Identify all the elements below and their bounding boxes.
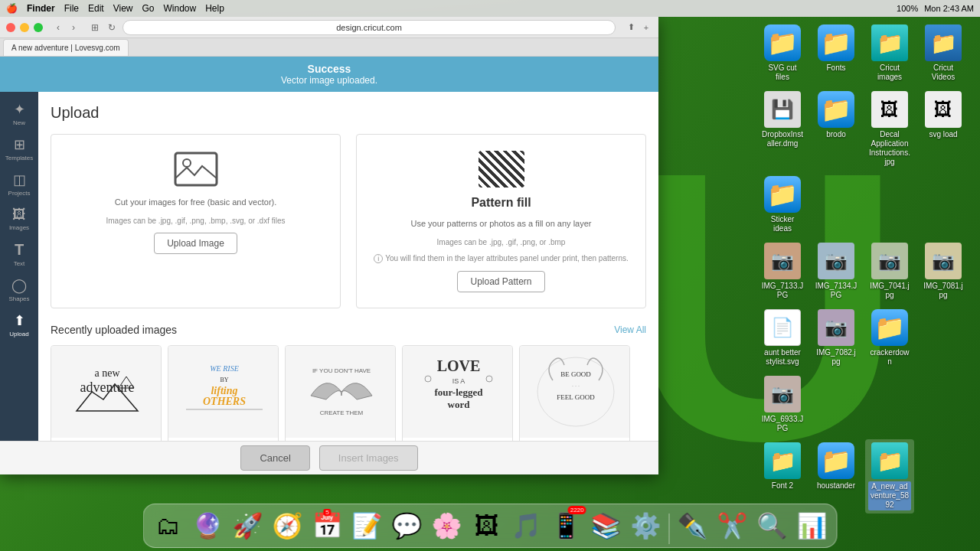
sidebar-item-text[interactable]: T Text xyxy=(2,237,36,271)
desktop-icon-area: 📁 SVG cut files 📁 Fonts 📁 Cricut images … xyxy=(758,21,972,514)
dock-separator xyxy=(669,514,670,544)
close-button[interactable] xyxy=(6,23,15,32)
recently-header: Recently uploaded images View All xyxy=(51,324,646,336)
dock-notes[interactable]: 📝 xyxy=(349,507,386,544)
svg-point-1 xyxy=(183,159,191,167)
add-bookmark-button[interactable]: + xyxy=(640,21,652,34)
file-menu[interactable]: File xyxy=(64,3,79,14)
sidebar-item-upload[interactable]: ⬆ Upload xyxy=(2,308,36,341)
desktop-icon-img7134[interactable]: 📷 IMG_7134.JPG xyxy=(812,240,861,303)
apple-menu[interactable]: 🍎 xyxy=(6,3,18,14)
sidebar-toggle-button[interactable]: ⊞ xyxy=(89,21,101,34)
dock-itunes[interactable]: 🎵 xyxy=(508,507,545,544)
svg-text:IF YOU DON'T HAVE: IF YOU DON'T HAVE xyxy=(312,367,370,374)
dock-safari[interactable]: 🧭 xyxy=(270,507,306,544)
dock-system-prefs[interactable]: ⚙️ xyxy=(628,507,665,544)
svg-text:adventure: adventure xyxy=(80,380,134,395)
image-card-good[interactable]: BE GOOD · · · FEEL GOOD Uploaded i xyxy=(519,345,630,442)
svg-text:lifting: lifting xyxy=(211,385,237,396)
sidebar-label-new: New xyxy=(13,119,25,126)
forward-button[interactable]: › xyxy=(67,21,80,34)
view-menu[interactable]: View xyxy=(113,3,133,14)
reload-button[interactable]: ↻ xyxy=(106,21,118,34)
share-button[interactable]: ⬆ xyxy=(625,21,637,34)
app-store-badge: 2220 xyxy=(568,506,586,514)
sidebar-item-new[interactable]: ✦ New xyxy=(2,96,36,130)
svg-text:LOVE: LOVE xyxy=(436,357,480,374)
dock-ibooks[interactable]: 📚 xyxy=(588,507,625,544)
view-all-link[interactable]: View All xyxy=(614,324,646,335)
browser-tab[interactable]: A new adventure | Lovesvg.com xyxy=(3,39,129,56)
image-card-wings[interactable]: IF YOU DON'T HAVE CREATE THEM Uploaded i xyxy=(285,345,396,442)
image-preview-adventure: a new adventure xyxy=(51,346,162,438)
desktop-icon-cricut-videos[interactable]: 📁 Cricut Videos xyxy=(919,21,968,85)
finder-menu[interactable]: Finder xyxy=(27,3,55,14)
image-card-love[interactable]: LOVE IS A four-legged word Uploaded i xyxy=(402,345,513,442)
upload-title: Upload xyxy=(51,104,646,122)
desktop-icon-font2[interactable]: 📁 Font 2 xyxy=(758,439,807,514)
image-option-description: Cut your images for free (basic and vect… xyxy=(115,196,277,209)
go-menu[interactable]: Go xyxy=(142,3,155,14)
dock-numbers[interactable]: 📊 xyxy=(794,507,831,544)
pattern-option-icon xyxy=(479,150,524,188)
pattern-option-note: i You will find them in the layer attrib… xyxy=(374,254,629,263)
image-card-adventure[interactable]: a new adventure Uploaded i xyxy=(51,345,162,442)
svg-text:BE GOOD: BE GOOD xyxy=(560,370,591,378)
dock-app-store[interactable]: 📱 2220 xyxy=(548,507,585,544)
desktop-icon-brodo[interactable]: 📁 brodo xyxy=(812,88,861,170)
sidebar-item-templates[interactable]: ⊞ Templates xyxy=(2,132,36,165)
svg-point-16 xyxy=(486,376,492,382)
svg-rect-0 xyxy=(175,153,217,185)
sidebar-item-images[interactable]: 🖼 Images xyxy=(2,202,36,236)
upload-pattern-button[interactable]: Upload Pattern xyxy=(457,271,544,292)
window-menu[interactable]: Window xyxy=(164,3,197,14)
dock-messages[interactable]: 💬 xyxy=(389,507,426,544)
upload-image-button[interactable]: Upload Image xyxy=(154,233,237,254)
sidebar-label-shapes: Shapes xyxy=(8,295,29,302)
desktop-icon-dropbox[interactable]: 💾 DropboxInstaller.dmg xyxy=(758,88,807,170)
desktop-icon-crackerdown[interactable]: 📁 crackerdown xyxy=(865,306,914,370)
help-menu[interactable]: Help xyxy=(205,3,224,14)
dock-cricut[interactable]: ✂️ xyxy=(714,507,751,544)
desktop-icon-a-new-adventure[interactable]: 📁 A_new_adventure_5892 xyxy=(865,439,914,514)
image-grid: a new adventure Uploaded i xyxy=(51,345,646,442)
dock-photos[interactable]: 🌸 xyxy=(429,507,466,544)
dock-finder[interactable]: 🗂 xyxy=(150,507,187,544)
dock-siri[interactable]: 🔮 xyxy=(190,507,227,544)
edit-menu[interactable]: Edit xyxy=(88,3,104,14)
desktop-icon-img7133[interactable]: 📷 IMG_7133.JPG xyxy=(758,240,807,303)
sidebar-item-projects[interactable]: ◫ Projects xyxy=(2,167,36,201)
image-card-rise[interactable]: WE RISE BY lifting OTHERS Uploaded i xyxy=(168,345,279,442)
desktop-icon-svg-cut-files[interactable]: 📁 SVG cut files xyxy=(758,21,807,85)
desktop-icon-houstander[interactable]: 📁 houstander xyxy=(812,439,861,514)
back-button[interactable]: ‹ xyxy=(52,21,64,34)
browser-window: ‹ › ⊞ ↻ design.cricut.com ⬆ + A new adve… xyxy=(0,17,658,474)
desktop-icon-img7041[interactable]: 📷 IMG_7041.jpg xyxy=(865,240,914,303)
desktop-icon-img7081[interactable]: 📷 IMG_7081.jpg xyxy=(919,240,968,303)
dock-image-capture[interactable]: 🖼 xyxy=(469,507,505,544)
dock-calendar[interactable]: 📅 5 xyxy=(309,507,346,544)
maximize-button[interactable] xyxy=(34,23,43,32)
desktop-icon-decal[interactable]: 🖼 Decal Application Instructions.jpg xyxy=(865,88,914,170)
insert-button[interactable]: Insert Images xyxy=(319,445,418,471)
image-preview-good: BE GOOD · · · FEEL GOOD xyxy=(520,346,630,438)
url-bar[interactable]: design.cricut.com xyxy=(122,20,616,35)
love-svg: LOVE IS A four-legged word xyxy=(405,350,512,434)
desktop-icon-fonts[interactable]: 📁 Fonts xyxy=(812,21,861,85)
dock-bear[interactable]: ✒️ xyxy=(675,507,711,544)
dock-launchpad[interactable]: 🚀 xyxy=(230,507,266,544)
svg-text:WE RISE: WE RISE xyxy=(210,364,239,373)
desktop-icon-svg-load[interactable]: 🖼 svg load xyxy=(919,88,968,170)
desktop-icon-img7082[interactable]: 📷 IMG_7082.jpg xyxy=(812,306,861,370)
upload-panel: Upload Cut your images for free (basic a… xyxy=(38,92,658,441)
dock-alfred[interactable]: 🔍 xyxy=(754,507,791,544)
sidebar-label-text: Text xyxy=(14,260,25,267)
sidebar-label-images: Images xyxy=(9,224,29,231)
desktop-icon-sticker[interactable]: 📁 Sticker ideas xyxy=(758,173,807,236)
desktop-icon-img6933[interactable]: 📷 IMG_6933.JPG xyxy=(758,373,807,436)
minimize-button[interactable] xyxy=(20,23,29,32)
desktop-icon-cricut-images[interactable]: 📁 Cricut images xyxy=(865,21,914,85)
desktop-icon-aunt[interactable]: 📄 aunt better stylist.svg xyxy=(758,306,807,370)
cancel-button[interactable]: Cancel xyxy=(240,445,309,471)
sidebar-item-shapes[interactable]: ◯ Shapes xyxy=(2,272,36,306)
